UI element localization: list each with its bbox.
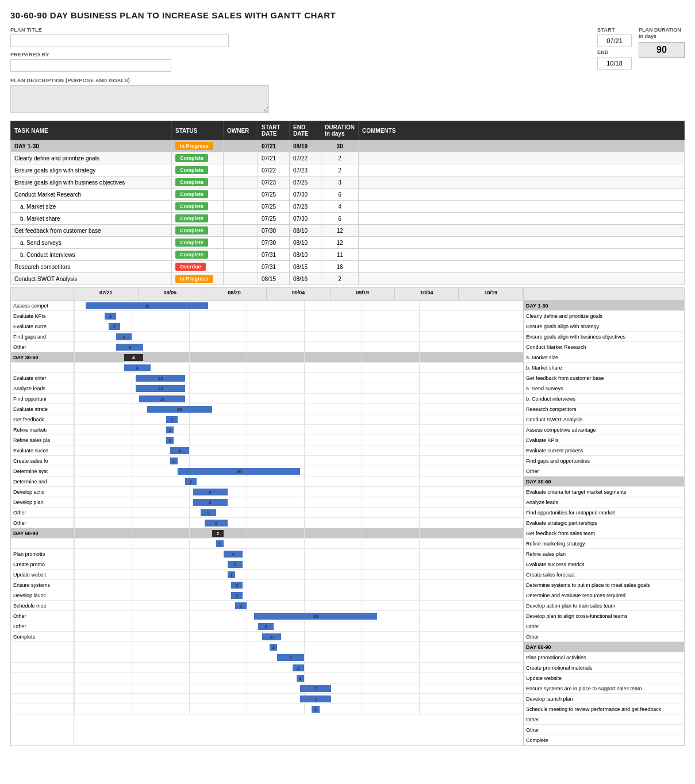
gantt-bar: 2 (293, 664, 304, 671)
gantt-row-label: Get feedback (11, 414, 74, 425)
gantt-bar: 12 (136, 375, 186, 382)
gantt-date-headers: 07/2108/0508/2009/0409/1910/0410/19 (74, 288, 523, 301)
legend-item: Get feedback from customer base (524, 373, 684, 383)
legend-item: Develop plan to align cross-functional t… (524, 611, 684, 621)
end-input[interactable] (597, 57, 632, 70)
legend-item: Ensure systems are in place to support s… (524, 683, 684, 694)
gantt-date-header: 09/04 (267, 288, 331, 300)
legend-item: Other (524, 714, 684, 725)
table-row-end: 07/25 (290, 176, 321, 189)
gantt-bar-row: 1 (74, 673, 523, 683)
gantt-bar: 2 (185, 478, 197, 485)
gantt-bar-row: 7 (74, 683, 523, 694)
plan-title-input[interactable] (10, 34, 229, 47)
table-row-status: Complete (172, 176, 224, 189)
gantt-bar-row: 3 (74, 508, 523, 518)
gantt-section-label: DAY 30-60 (11, 352, 74, 363)
table-row-task: Clearly define and prioritize goals (11, 152, 172, 164)
table-row-duration: 30 (321, 140, 359, 152)
gantt-bar: 30 (86, 302, 208, 309)
gantt-row-label (11, 539, 74, 549)
table-row-end: 08/19 (290, 140, 321, 152)
th-comments: COMMENTS (359, 121, 685, 140)
gantt-row-label (11, 683, 74, 694)
table-row-task: b. Market share (11, 213, 172, 225)
table-row-start: 07/31 (258, 249, 290, 261)
gantt-bar: 3 (201, 509, 216, 516)
plan-title-label: PLAN TITLE (10, 27, 586, 33)
gantt-bar-row: 7 (74, 694, 523, 704)
table-row-owner (224, 152, 258, 164)
legend-item: Evaluate success metrics (524, 559, 684, 570)
legend-item: a. Send surveys (524, 383, 684, 394)
table-row-task: Ensure goals align with business objecti… (11, 176, 172, 189)
gantt-bar: 6 (116, 344, 143, 351)
table-row-owner (224, 176, 258, 189)
legend-item: Evaluate current process (524, 445, 684, 456)
duration-input[interactable] (639, 42, 685, 58)
gantt-bar-row: 8 (74, 497, 523, 508)
legend-item: Other (524, 466, 684, 476)
table-row-start: 07/25 (258, 201, 290, 213)
desc-textarea[interactable] (10, 85, 269, 113)
table-row-owner (224, 189, 258, 201)
start-end-group: START END (597, 27, 632, 70)
gantt-bar-row: 1 (74, 539, 523, 549)
th-end: END DATE (290, 121, 321, 140)
gantt-bar: 1 (228, 571, 235, 578)
gantt-labels: Assess competEvaluate KPIsEvaluate curre… (11, 288, 74, 745)
legend-item: b. Conduct interviews (524, 394, 684, 404)
prepared-by-input[interactable] (10, 59, 171, 72)
status-badge: Complete (175, 202, 208, 210)
gantt-bar-row: 16 (74, 404, 523, 414)
gantt-row-label: Determine and (11, 476, 74, 487)
legend-item: Evaluate criteria for target market segm… (524, 487, 684, 497)
gantt-row-label: Evaluate strate (11, 404, 74, 414)
table-row-comments (359, 225, 685, 237)
gantt-bar: 3 (258, 623, 274, 630)
table-row-duration: 6 (321, 189, 359, 201)
page-title: 30-60-90 DAY BUSINESS PLAN TO INCREASE S… (10, 10, 685, 20)
legend-item: Schedule meeting to review performance a… (524, 704, 684, 714)
gantt-bar: 8 (193, 489, 228, 495)
status-badge: Complete (175, 251, 208, 259)
legend-item: Get feedback from sales team (524, 528, 684, 539)
legend-item: Complete (524, 735, 684, 745)
start-input[interactable] (597, 34, 632, 47)
gantt-bar: 1 (270, 644, 277, 651)
table-row-duration: 2 (321, 164, 359, 176)
gantt-bar: 8 (193, 499, 228, 506)
status-badge: In Progress (175, 275, 213, 283)
gantt-date-header: 10/04 (395, 288, 459, 300)
gantt-bar-row: 2 (74, 663, 523, 673)
legend-item: Update website (524, 673, 684, 683)
gantt-bar-row: 6 (74, 652, 523, 663)
status-badge: Complete (175, 214, 208, 222)
gantt-row-label: Evaluate KPIs (11, 311, 74, 321)
table-row-duration: 2 (321, 273, 359, 285)
gantt-row-label: Determine syst (11, 466, 74, 476)
gantt-label-rows: Assess competEvaluate KPIsEvaluate curre… (11, 301, 74, 714)
gantt-row-label: Plan promotio (11, 549, 74, 559)
legend-item: Conduct SWOT Analysis (524, 414, 684, 425)
table-row-status: Complete (172, 152, 224, 164)
legend-item: Ensure goals align with business objecti… (524, 332, 684, 342)
table-row-owner (224, 164, 258, 176)
gantt-bar: 4 (124, 354, 143, 361)
gantt-bar: 1 (166, 426, 174, 433)
gantt-row-label: Evaluate criter (11, 373, 74, 383)
gantt-bar: 2 (231, 582, 243, 589)
gantt-row-label: Other (11, 621, 74, 632)
gantt-bar: 11 (139, 395, 185, 402)
gantt-date-header: 10/19 (459, 288, 523, 300)
gantt-section-label: DAY 60-90 (11, 528, 74, 539)
table-row-end: 07/30 (290, 213, 321, 225)
th-duration: DURATIONin days (321, 121, 359, 140)
table-row-task: a. Market size (11, 201, 172, 213)
table-row-duration: 12 (321, 225, 359, 237)
table-row-duration: 3 (321, 176, 359, 189)
gantt-bar: 4 (170, 447, 189, 454)
gantt-bar: 7 (300, 695, 331, 702)
gantt-row-label: Create promo (11, 559, 74, 570)
gantt-bar: 12 (136, 385, 186, 392)
